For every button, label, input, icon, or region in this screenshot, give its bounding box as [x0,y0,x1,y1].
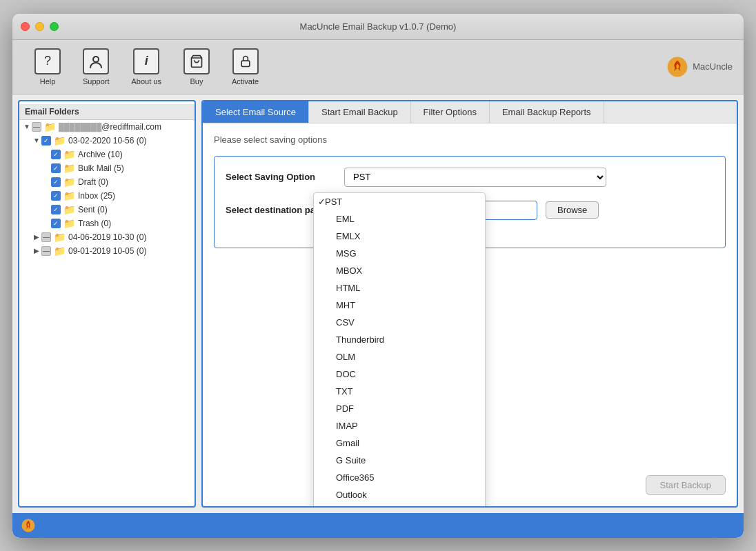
about-label: About us [132,77,161,86]
sidebar-header: Email Folders [19,104,195,120]
trash-label: Trash (0) [78,219,111,228]
date2-dash: — [41,232,51,242]
inbox-checkbox[interactable] [51,191,61,201]
account-row[interactable]: ▼ — 📁 ████████ @rediffmail.com [19,120,195,134]
date2-folder-icon: 📁 [54,232,66,243]
archive-row[interactable]: 📁 Archive (10) [19,148,195,161]
account-dash: — [32,122,41,132]
brand-logo: MacUncle [666,56,733,78]
sent-folder-icon: 📁 [63,204,75,215]
bulkmail-checkbox[interactable] [51,163,61,173]
account-toggle[interactable]: ▼ [22,123,32,130]
sent-row[interactable]: 📁 Sent (0) [19,203,195,217]
browse-button[interactable]: Browse [546,201,599,219]
bulkmail-row[interactable]: 📁 Bulk Mail (5) [19,161,195,175]
dropdown-item-msg[interactable]: MSG [314,245,485,262]
dropdown-item-csv[interactable]: CSV [314,314,485,331]
activate-icon [232,48,259,74]
about-icon: i [133,48,159,74]
app-window: MacUncle Email Backup v1.0.7 (Demo) ? He… [12,14,744,538]
date2-label: 04-06-2019 10-30 (0) [68,232,146,242]
dropdown-item-mbox[interactable]: MBOX [314,262,485,279]
svg-rect-2 [241,61,250,66]
content-panel: Select Email Source Start Email Backup F… [201,100,738,508]
date1-checkbox[interactable] [41,136,51,146]
start-backup-button[interactable]: Start Backup [646,475,726,495]
account-folder-icon: 📁 [44,121,56,132]
dropdown-item-gmail[interactable]: Gmail [314,434,485,452]
brand-label: MacUncle [693,61,733,72]
sent-label: Sent (0) [78,205,108,214]
sent-checkbox[interactable] [51,205,61,214]
tabs: Select Email Source Start Email Backup F… [203,101,737,123]
date3-label: 09-01-2019 10-05 (0) [68,246,146,256]
draft-folder-icon: 📁 [63,177,75,188]
info-text: Please select saving options [214,134,726,145]
dropdown-item-office365[interactable]: Office365 [314,469,485,486]
activate-label: Activate [232,77,259,86]
date3-dash: — [41,246,51,256]
date3-row[interactable]: ▶ — 📁 09-01-2019 10-05 (0) [19,244,195,258]
dropdown-item-pdf[interactable]: PDF [314,400,485,417]
dropdown-item-html[interactable]: HTML [314,279,485,297]
saving-option-label: Select Saving Option [226,172,336,182]
archive-checkbox[interactable] [51,150,61,159]
dropdown-item-thunderbird[interactable]: Thunderbird [314,331,485,348]
bulkmail-label: Bulk Mail (5) [78,163,124,173]
svg-point-0 [93,57,99,62]
saving-option-row: Select Saving Option PST [226,168,714,187]
minimize-button[interactable] [35,22,44,31]
draft-row[interactable]: 📁 Draft (0) [19,175,195,189]
format-dropdown[interactable]: PST EML EMLX MSG MBOX HTML MHT CSV Thund… [313,192,486,506]
tab-filter[interactable]: Filter Options [411,101,490,123]
inbox-row[interactable]: 📁 Inbox (25) [19,189,195,203]
help-icon: ? [34,48,61,74]
main-area: Email Folders ▼ — 📁 ████████ @rediffmail… [12,94,744,513]
saving-option-select[interactable]: PST [344,168,606,187]
traffic-lights [21,22,59,31]
tab-source[interactable]: Select Email Source [203,101,309,123]
about-button[interactable]: i About us [121,46,172,88]
dropdown-item-eml[interactable]: EML [314,210,485,228]
dropdown-item-imap[interactable]: IMAP [314,417,485,434]
date1-toggle[interactable]: ▼ [32,137,41,144]
date2-row[interactable]: ▶ — 📁 04-06-2019 10-30 (0) [19,230,195,244]
draft-label: Draft (0) [78,177,108,187]
dropdown-item-txt[interactable]: TXT [314,383,485,400]
support-button[interactable]: Support [72,46,121,88]
dropdown-item-doc[interactable]: DOC [314,365,485,383]
maximize-button[interactable] [50,22,59,31]
bottom-logo-icon [21,518,36,533]
date3-toggle[interactable]: ▶ [32,247,41,254]
dropdown-item-pst[interactable]: PST [314,193,485,210]
window-title: MacUncle Email Backup v1.0.7 (Demo) [300,21,457,32]
draft-checkbox[interactable] [51,177,61,187]
dropdown-item-rediffmail[interactable]: Rediffmail [314,503,485,506]
buy-icon [183,48,210,74]
help-button[interactable]: ? Help [23,46,72,88]
inbox-label: Inbox (25) [78,191,115,201]
archive-folder-icon: 📁 [63,149,75,160]
buy-label: Buy [190,77,203,86]
dropdown-item-olm[interactable]: OLM [314,348,485,365]
trash-row[interactable]: 📁 Trash (0) [19,217,195,230]
bottom-bar [12,513,744,538]
tab-backup[interactable]: Start Email Backup [309,101,411,123]
date2-toggle[interactable]: ▶ [32,233,41,241]
close-button[interactable] [21,22,30,31]
support-label: Support [83,77,110,86]
dropdown-item-outlook[interactable]: Outlook [314,486,485,503]
activate-button[interactable]: Activate [221,46,270,88]
dropdown-item-emlx[interactable]: EMLX [314,228,485,245]
date1-label: 03-02-2020 10-56 (0) [68,136,146,146]
date1-row[interactable]: ▼ 📁 03-02-2020 10-56 (0) [19,134,195,148]
dropdown-item-gsuite[interactable]: G Suite [314,452,485,469]
account-label: ████████ [59,123,101,131]
buy-button[interactable]: Buy [172,46,221,88]
toolbar: ? Help Support i About us [12,40,744,94]
tab-reports[interactable]: Email Backup Reports [490,101,604,123]
dropdown-item-mht[interactable]: MHT [314,297,485,314]
inbox-folder-icon: 📁 [63,190,75,201]
bulkmail-folder-icon: 📁 [63,163,75,174]
trash-checkbox[interactable] [51,219,61,228]
